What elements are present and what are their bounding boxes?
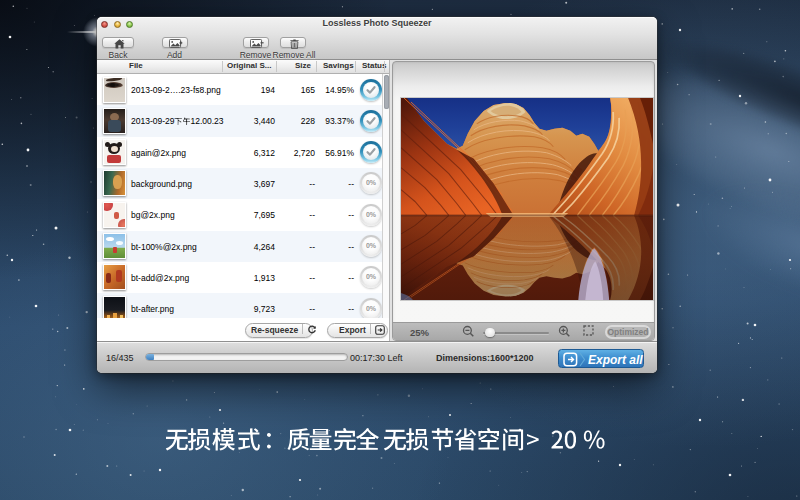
- svg-text:Export all: Export all: [588, 353, 643, 367]
